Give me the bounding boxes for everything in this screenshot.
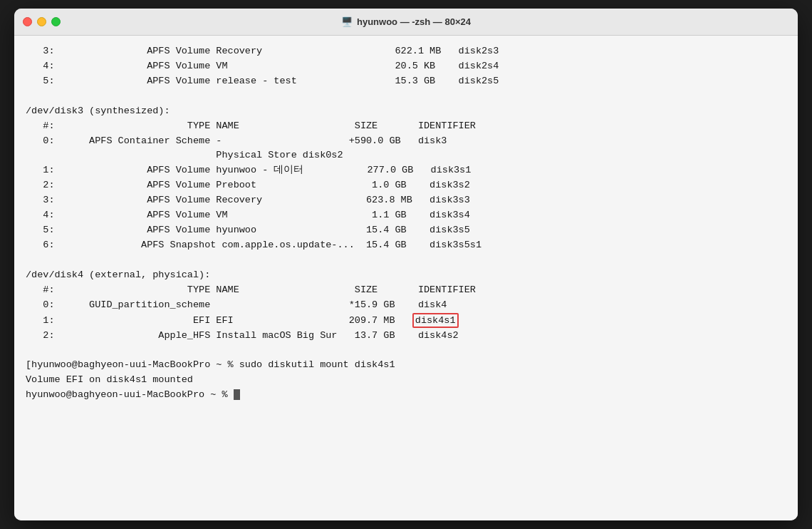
line-disk4s0: 0: GUID_partition_scheme *15.9 GB disk4 — [26, 298, 786, 313]
line-blank2 — [26, 253, 786, 268]
maximize-button[interactable] — [51, 17, 61, 26]
line-disk2s3: 3: APFS Volume Recovery 622.1 MB disk2s3 — [26, 44, 786, 59]
line-blank3 — [26, 343, 786, 358]
window-title: 🖥️ hyunwoo — -zsh — 80×24 — [341, 16, 471, 27]
line-disk3cols: #: TYPE NAME SIZE IDENTIFIER — [26, 119, 786, 134]
close-button[interactable] — [23, 17, 32, 26]
line-disk3s2: 2: APFS Volume Preboot 1.0 GB disk3s2 — [26, 178, 786, 193]
line-disk2s5: 5: APFS Volume release - test 15.3 GB di… — [26, 74, 786, 89]
line-disk3hdr: /dev/disk3 (synthesized): — [26, 104, 786, 119]
line-disk3s5: 5: APFS Volume hyunwoo 15.4 GB disk3s5 — [26, 223, 786, 238]
line-blank1 — [26, 89, 786, 104]
terminal-cursor — [234, 389, 240, 400]
line-disk4s2: 2: Apple_HFS Install macOS Big Sur 13.7 … — [26, 329, 786, 344]
line-disk3s5s1: 6: APFS Snapshot com.apple.os.update-...… — [26, 238, 786, 253]
line-disk4hdr: /dev/disk4 (external, physical): — [26, 268, 786, 283]
traffic-lights — [23, 17, 61, 26]
window-icon: 🖥️ — [341, 16, 353, 27]
line-mounted: Volume EFI on disk4s1 mounted — [26, 373, 786, 388]
line-cmd: [hyunwoo@baghyeon-uui-MacBookPro ~ % sud… — [26, 358, 786, 373]
line-disk4s1: 1: EFI EFI 209.7 MB disk4s1 — [26, 313, 786, 329]
terminal-window: 🖥️ hyunwoo — -zsh — 80×24 3: APFS Volume… — [14, 9, 798, 520]
disk4s1-highlight: disk4s1 — [412, 313, 459, 329]
line-disk2s4: 4: APFS Volume VM 20.5 KB disk2s4 — [26, 59, 786, 74]
line-disk4cols: #: TYPE NAME SIZE IDENTIFIER — [26, 283, 786, 298]
line-disk3s4: 4: APFS Volume VM 1.1 GB disk3s4 — [26, 208, 786, 223]
minimize-button[interactable] — [37, 17, 46, 26]
line-disk3store: Physical Store disk0s2 — [26, 148, 786, 163]
line-disk3s1: 1: APFS Volume hyunwoo - 데이터 277.0 GB di… — [26, 163, 786, 178]
line-prompt: hyunwoo@baghyeon-uui-MacBookPro ~ % — [26, 388, 786, 403]
line-disk3s3: 3: APFS Volume Recovery 623.8 MB disk3s3 — [26, 193, 786, 208]
line-disk3s0: 0: APFS Container Scheme - +590.0 GB dis… — [26, 134, 786, 149]
terminal-body[interactable]: 3: APFS Volume Recovery 622.1 MB disk2s3… — [14, 36, 798, 520]
titlebar: 🖥️ hyunwoo — -zsh — 80×24 — [14, 9, 798, 36]
